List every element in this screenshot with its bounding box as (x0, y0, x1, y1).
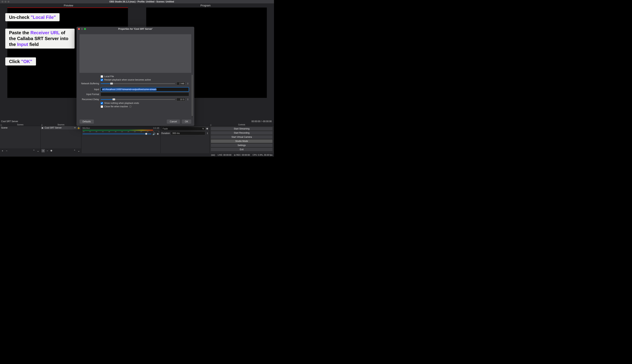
dialog-title: Properties for 'Cool SRT Server' (77, 28, 194, 30)
add-source-button[interactable]: + (42, 149, 45, 152)
speaker-icon[interactable]: 🔊 (152, 132, 155, 135)
controls-title: Controls (238, 124, 245, 126)
status-live: LIVE: 00:00:00 (218, 154, 231, 156)
dialog-scrollbar[interactable] (192, 75, 193, 118)
source-name: Cool SRT Server (45, 126, 62, 129)
studio-mode-button[interactable]: Studio Mode (211, 139, 273, 143)
dialog-preview-area (80, 34, 191, 73)
record-indicator-icon (234, 154, 236, 156)
remove-source-button[interactable]: − (46, 149, 49, 152)
reconnect-delay-value[interactable]: 10 S (176, 98, 185, 101)
window-title: OBS Studio 26.1.2 (mac) - Profile: Untit… (10, 0, 274, 3)
volume-slider[interactable] (83, 134, 151, 134)
reconnect-delay-label: Reconnect Delay (80, 98, 101, 101)
scenes-list[interactable]: Scene (0, 126, 41, 148)
settings-button[interactable]: Settings (211, 144, 273, 147)
mixer-level: 0.0 dB (153, 127, 159, 129)
source-row[interactable]: ▶ Cool SRT Server 👁 🔒 (41, 126, 81, 130)
sources-title: Sources (58, 124, 64, 126)
start-vcam-button[interactable]: Start Virtual Camera (211, 135, 273, 139)
annotation-uncheck: Un-check "Local File" (5, 13, 60, 21)
meter-ticks: -60-55-50-45-40-35-30-25-20-15-10-50 (83, 131, 159, 132)
input-field[interactable]: srt://localhost:1935?streamid=output/liv… (101, 87, 189, 92)
network-buffering-slider[interactable] (101, 84, 175, 84)
audio-mixer-panel: ◻ Mic/Aux 0.0 dB -60-55-50-45-40-35-30-2… (81, 124, 160, 153)
reconnect-delay-spinner[interactable]: ▲▼ (187, 98, 189, 100)
sources-panel: ◻Sources ▶ Cool SRT Server 👁 🔒 + − ⌃ ⌄ (41, 124, 81, 153)
input-format-field[interactable] (101, 92, 189, 96)
scenes-tools: + − ⌃ ⌄ (0, 148, 41, 153)
cancel-button[interactable]: Cancel (167, 120, 180, 124)
window-titlebar: OBS Studio 26.1.2 (mac) - Profile: Untit… (0, 0, 274, 4)
network-buffering-label: Network Buffering (80, 82, 101, 85)
start-recording-button[interactable]: Start Recording (211, 131, 273, 135)
status-bar: ((●)) LIVE: 00:00:00 REC: 00:00:00 CPU: … (0, 153, 274, 156)
annotation-click-ok: Click "OK" (5, 58, 36, 66)
audio-meter (83, 130, 159, 131)
chevron-updown-icon: ⇅ (202, 128, 204, 130)
network-buffering-value[interactable]: 2 MB (176, 82, 185, 85)
exit-button[interactable]: Exit (211, 148, 273, 151)
popout-icon[interactable]: ◻ (41, 124, 43, 126)
broadcast-icon: ((●)) (211, 154, 215, 156)
remove-scene-button[interactable]: − (5, 149, 8, 152)
properties-dialog: Properties for 'Cool SRT Server' Local F… (77, 27, 194, 126)
source-settings-button[interactable] (50, 149, 53, 152)
input-label: Input (80, 88, 101, 91)
sources-tools: + − ⌃ ⌄ (41, 148, 81, 153)
status-cpu: CPU: 0.9%, 30.00 fps (253, 154, 273, 156)
popout-icon[interactable]: ◻ (210, 124, 212, 126)
transition-select[interactable]: Fade⇅ (161, 127, 205, 130)
start-streaming-button[interactable]: Start Streaming (211, 127, 273, 130)
controls-panel: ◻Controls Start Streaming Start Recordin… (209, 124, 274, 153)
preview-label: Preview (0, 4, 137, 8)
input-format-label: Input Format (80, 93, 101, 96)
transition-settings-icon[interactable] (206, 128, 208, 130)
play-icon: ▶ (42, 126, 44, 129)
source-down-button[interactable]: ⌄ (77, 149, 80, 152)
add-scene-button[interactable]: + (1, 149, 4, 152)
show-nothing-checkbox[interactable]: Show nothing when playback ends (101, 102, 189, 104)
source-up-button[interactable]: ⌃ (73, 149, 76, 152)
help-icon[interactable]: ? (129, 106, 131, 108)
dialog-titlebar: Properties for 'Cool SRT Server' (77, 27, 194, 31)
lock-toggle[interactable]: 🔒 (77, 126, 80, 129)
maximize-window-icon[interactable] (8, 1, 10, 3)
ok-button[interactable]: OK (182, 120, 191, 124)
scene-down-button[interactable]: ⌄ (36, 149, 40, 152)
close-when-inactive-checkbox[interactable]: Close file when inactive? (101, 105, 189, 108)
program-timecode: 00:00:00 / -00:00:00 (252, 120, 273, 123)
gear-icon (50, 150, 53, 152)
view-labels: Preview Program (0, 4, 274, 8)
mixer-settings-icon[interactable] (157, 133, 159, 135)
transitions-panel: ◻ Fade⇅ Duration 300 ms ▲▼ (160, 124, 209, 153)
duration-input[interactable]: 300 ms (171, 131, 205, 135)
network-buffering-spinner[interactable]: ▲▼ (187, 82, 189, 85)
scenes-panel: ◻Scenes Scene + − ⌃ ⌄ (0, 124, 41, 153)
traffic-lights (2, 1, 10, 3)
scene-row[interactable]: Scene (0, 126, 41, 130)
annotation-paste: Paste the Receiver URL of the Callaba SR… (5, 28, 75, 48)
scene-up-button[interactable]: ⌃ (32, 149, 36, 152)
close-window-icon[interactable] (2, 1, 4, 3)
duration-spinner[interactable]: ▲▼ (206, 132, 208, 134)
sources-list[interactable]: ▶ Cool SRT Server 👁 🔒 (41, 126, 81, 148)
duration-label: Duration (161, 132, 170, 134)
mixer-channel-name: Mic/Aux (83, 127, 90, 129)
status-rec: REC: 00:00:00 (236, 154, 250, 156)
defaults-button[interactable]: Defaults (80, 120, 94, 124)
bottom-panels: ◻Scenes Scene + − ⌃ ⌄ ◻Sources ▶ Cool SR… (0, 124, 274, 153)
visibility-toggle[interactable]: 👁 (74, 126, 76, 129)
popout-icon[interactable]: ◻ (1, 124, 2, 126)
local-file-checkbox[interactable]: Local File (101, 75, 189, 78)
scenes-title: Scenes (17, 124, 23, 126)
restart-playback-checkbox[interactable]: Restart playback when source becomes act… (101, 78, 189, 81)
minimize-window-icon[interactable] (5, 1, 7, 3)
reconnect-delay-slider[interactable] (101, 99, 175, 100)
program-label: Program (137, 4, 274, 8)
